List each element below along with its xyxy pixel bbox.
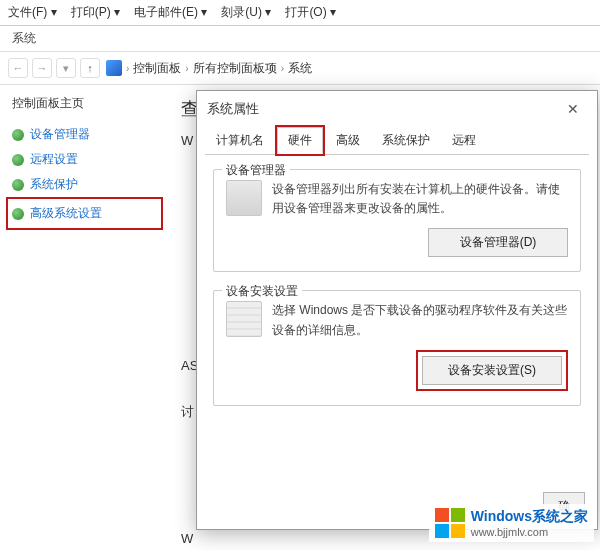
watermark: Windows系统之家 www.bjjmlv.com xyxy=(429,504,594,542)
watermark-url: www.bjjmlv.com xyxy=(471,526,588,538)
tab-row: 计算机名 硬件 高级 系统保护 远程 xyxy=(205,127,589,155)
chevron-right-icon: › xyxy=(185,63,188,74)
group-description: 设备管理器列出所有安装在计算机上的硬件设备。请使用设备管理器来更改设备的属性。 xyxy=(272,180,568,218)
breadcrumb[interactable]: › 控制面板 › 所有控制面板项 › 系统 xyxy=(106,60,312,77)
tab-system-protection[interactable]: 系统保护 xyxy=(371,127,441,154)
device-installation-settings-button[interactable]: 设备安装设置(S) xyxy=(422,356,562,385)
watermark-title: Windows系统之家 xyxy=(471,508,588,526)
close-button[interactable]: ✕ xyxy=(559,99,587,119)
windows-logo-icon xyxy=(435,508,465,538)
chevron-down-icon: ▾ xyxy=(330,5,336,19)
sidebar-item-advanced-system-settings[interactable]: 高级系统设置 xyxy=(12,201,157,226)
tab-remote[interactable]: 远程 xyxy=(441,127,487,154)
dialog-titlebar[interactable]: 系统属性 ✕ xyxy=(197,91,597,127)
shield-icon xyxy=(12,179,24,191)
nav-back-button[interactable]: ← xyxy=(8,58,28,78)
group-device-installation: 设备安装设置 选择 Windows 是否下载设备的驱动程序软件及有关这些设备的详… xyxy=(213,290,581,405)
menu-file[interactable]: 文件(F) ▾ xyxy=(8,4,57,21)
system-properties-dialog: 系统属性 ✕ 计算机名 硬件 高级 系统保护 远程 设备管理器 设备管理器列出所… xyxy=(196,90,598,530)
sidebar-item-label: 高级系统设置 xyxy=(30,205,102,222)
nav-history-button[interactable]: ▾ xyxy=(56,58,76,78)
chevron-down-icon: ▾ xyxy=(265,5,271,19)
menubar: 文件(F) ▾ 打印(P) ▾ 电子邮件(E) ▾ 刻录(U) ▾ 打开(O) … xyxy=(0,0,600,26)
breadcrumb-seg-2[interactable]: 系统 xyxy=(288,60,312,77)
sidebar-item-label: 远程设置 xyxy=(30,151,78,168)
nav-forward-button[interactable]: → xyxy=(32,58,52,78)
chevron-down-icon: ▾ xyxy=(114,5,120,19)
sidebar-item-remote-settings[interactable]: 远程设置 xyxy=(12,147,163,172)
chevron-down-icon: ▾ xyxy=(51,5,57,19)
breadcrumb-seg-0[interactable]: 控制面板 xyxy=(133,60,181,77)
breadcrumb-seg-1[interactable]: 所有控制面板项 xyxy=(193,60,277,77)
navbar: ← → ▾ ↑ › 控制面板 › 所有控制面板项 › 系统 xyxy=(0,52,600,85)
tab-computer-name[interactable]: 计算机名 xyxy=(205,127,275,154)
group-device-manager: 设备管理器 设备管理器列出所有安装在计算机上的硬件设备。请使用设备管理器来更改设… xyxy=(213,169,581,272)
close-icon: ✕ xyxy=(567,101,579,117)
chevron-down-icon: ▾ xyxy=(201,5,207,19)
chevron-right-icon: › xyxy=(126,63,129,74)
side-panel: 控制面板主页 设备管理器 远程设置 系统保护 高级系统设置 xyxy=(0,85,175,550)
chevron-right-icon: › xyxy=(281,63,284,74)
nav-up-button[interactable]: ↑ xyxy=(80,58,100,78)
group-title: 设备安装设置 xyxy=(222,283,302,300)
dialog-title: 系统属性 xyxy=(207,100,259,118)
menu-print[interactable]: 打印(P) ▾ xyxy=(71,4,120,21)
menu-open[interactable]: 打开(O) ▾ xyxy=(285,4,336,21)
annotation-highlight: 硬件 xyxy=(275,125,325,156)
sidebar-item-label: 系统保护 xyxy=(30,176,78,193)
device-manager-button[interactable]: 设备管理器(D) xyxy=(428,228,568,257)
menu-burn[interactable]: 刻录(U) ▾ xyxy=(221,4,271,21)
shield-icon xyxy=(12,129,24,141)
tab-advanced[interactable]: 高级 xyxy=(325,127,371,154)
tab-hardware[interactable]: 硬件 xyxy=(277,127,323,154)
window-title: 系统 xyxy=(0,26,600,52)
side-panel-title: 控制面板主页 xyxy=(12,95,163,112)
control-panel-icon xyxy=(106,60,122,76)
group-description: 选择 Windows 是否下载设备的驱动程序软件及有关这些设备的详细信息。 xyxy=(272,301,568,339)
group-title: 设备管理器 xyxy=(222,162,290,179)
dialog-body: 设备管理器 设备管理器列出所有安装在计算机上的硬件设备。请使用设备管理器来更改设… xyxy=(197,155,597,438)
menu-email[interactable]: 电子邮件(E) ▾ xyxy=(134,4,207,21)
sidebar-item-label: 设备管理器 xyxy=(30,126,90,143)
shield-icon xyxy=(12,208,24,220)
device-installation-icon xyxy=(226,301,262,337)
device-manager-icon xyxy=(226,180,262,216)
annotation-highlight: 设备安装设置(S) xyxy=(416,350,568,391)
sidebar-item-system-protection[interactable]: 系统保护 xyxy=(12,172,163,197)
shield-icon xyxy=(12,154,24,166)
annotation-highlight: 高级系统设置 xyxy=(6,197,163,230)
sidebar-item-device-manager[interactable]: 设备管理器 xyxy=(12,122,163,147)
